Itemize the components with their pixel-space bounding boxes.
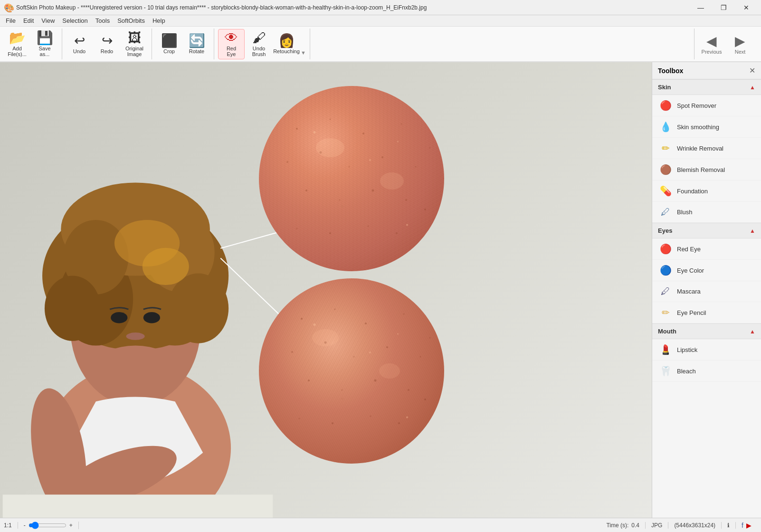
svg-point-16 bbox=[126, 332, 144, 340]
mouth-section-collapse-icon: ▲ bbox=[750, 328, 755, 335]
svg-point-25 bbox=[296, 128, 298, 130]
tool-red-eye[interactable]: 🔴 Red Eye bbox=[652, 238, 761, 260]
redo-label: Redo bbox=[101, 48, 113, 54]
next-button[interactable]: ▶ Next bbox=[727, 29, 753, 59]
previous-icon: ◀ bbox=[706, 33, 717, 49]
tool-wrinkle-removal[interactable]: ✏ Wrinkle Removal bbox=[652, 138, 761, 159]
retouching-button[interactable]: 👩 Retouching bbox=[273, 29, 300, 59]
maximize-button[interactable]: ❐ bbox=[713, 0, 734, 15]
eye-color-icon: 🔵 bbox=[660, 265, 671, 276]
svg-point-66 bbox=[379, 363, 400, 379]
share-section: f ▶ bbox=[742, 522, 757, 529]
main-area: Toolbox ✕ Skin ▲ 🔴 Spot Remover 💧 Skin s… bbox=[0, 62, 761, 518]
undo-label: Undo bbox=[73, 48, 86, 54]
red-eye-tool-icon: 🔴 bbox=[660, 243, 671, 255]
tool-eye-color[interactable]: 🔵 Eye Color bbox=[652, 260, 761, 281]
svg-point-26 bbox=[330, 119, 331, 120]
zoom-plus-btn[interactable]: + bbox=[69, 522, 73, 529]
svg-point-10 bbox=[45, 276, 101, 341]
facebook-icon[interactable]: f bbox=[742, 522, 743, 529]
svg-point-32 bbox=[381, 156, 383, 158]
menu-view[interactable]: View bbox=[38, 16, 58, 25]
eye-pencil-label: Eye Pencil bbox=[677, 309, 706, 316]
blush-label: Blush bbox=[677, 209, 693, 216]
save-as-button[interactable]: 💾 Saveas... bbox=[31, 29, 58, 59]
original-image-label: OriginalImage bbox=[125, 46, 143, 57]
tool-bleach[interactable]: 🦷 Bleach bbox=[652, 361, 761, 382]
eyes-section-collapse-icon: ▲ bbox=[750, 228, 755, 234]
toolbox-panel: Toolbox ✕ Skin ▲ 🔴 Spot Remover 💧 Skin s… bbox=[652, 62, 761, 518]
svg-point-35 bbox=[339, 200, 341, 201]
save-as-label: Saveas... bbox=[38, 46, 50, 57]
skin-section-collapse-icon: ▲ bbox=[750, 84, 755, 91]
eyes-section-label: Eyes bbox=[658, 227, 672, 234]
original-image-button[interactable]: 🖼 OriginalImage bbox=[121, 29, 148, 59]
eye-pencil-icon: ✏ bbox=[660, 307, 671, 318]
tool-blemish-removal[interactable]: 🟤 Blemish Removal bbox=[652, 159, 761, 180]
svg-point-60 bbox=[332, 422, 333, 424]
dimensions-section: (5446x3631x24) bbox=[674, 522, 722, 529]
svg-point-58 bbox=[408, 389, 409, 391]
skin-texture-top bbox=[259, 86, 444, 271]
status-bar: 1:1 - + Time (s): 0.4 JPG (5446x3631x24)… bbox=[0, 518, 761, 532]
blush-icon: 🖊 bbox=[660, 207, 671, 218]
youtube-icon[interactable]: ▶ bbox=[746, 522, 751, 529]
photo-container bbox=[0, 62, 652, 518]
info-icon[interactable]: ℹ bbox=[727, 522, 730, 529]
minimize-button[interactable]: — bbox=[690, 0, 712, 15]
tool-mascara[interactable]: 🖊 Mascara bbox=[652, 281, 761, 302]
tool-skin-smoothing[interactable]: 💧 Skin smoothing bbox=[652, 116, 761, 138]
svg-point-28 bbox=[401, 124, 402, 125]
eyes-section-header[interactable]: Eyes ▲ bbox=[652, 223, 761, 238]
svg-point-54 bbox=[420, 356, 421, 358]
previous-button[interactable]: ◀ Previous bbox=[698, 29, 725, 59]
format-value: JPG bbox=[651, 522, 662, 529]
mouth-section-header[interactable]: Mouth ▲ bbox=[652, 323, 761, 339]
menu-edit[interactable]: Edit bbox=[19, 16, 38, 25]
zoom-slider[interactable] bbox=[29, 522, 67, 529]
tool-blush[interactable]: 🖊 Blush bbox=[652, 202, 761, 223]
title-bar: 🎨 SoftSkin Photo Makeup - ****Unregister… bbox=[0, 0, 761, 15]
svg-point-45 bbox=[380, 172, 404, 190]
crop-button[interactable]: ⬛ Crop bbox=[156, 29, 182, 59]
toolbar-file-group: 📂 AddFile(s)... 💾 Saveas... bbox=[4, 28, 62, 59]
undo-brush-button[interactable]: 🖌 UndoBrush bbox=[246, 29, 272, 59]
menu-selection[interactable]: Selection bbox=[58, 16, 91, 25]
foundation-icon: 💊 bbox=[660, 185, 671, 197]
zoom-circles bbox=[259, 86, 444, 464]
red-eye-button[interactable]: 👁 RedEye bbox=[218, 29, 245, 59]
svg-point-39 bbox=[329, 232, 331, 234]
menu-help[interactable]: Help bbox=[149, 16, 169, 25]
svg-point-53 bbox=[386, 346, 388, 348]
blemish-removal-label: Blemish Removal bbox=[677, 166, 725, 173]
toolbar-dropdown-arrow[interactable]: ▼ bbox=[301, 50, 306, 59]
time-label: Time (s): bbox=[606, 522, 628, 529]
add-file-button[interactable]: 📂 AddFile(s)... bbox=[4, 29, 30, 59]
menu-softorbits[interactable]: SoftOrbits bbox=[114, 16, 149, 25]
svg-point-52 bbox=[353, 356, 355, 358]
crop-icon: ⬛ bbox=[161, 34, 178, 48]
retouching-icon: 👩 bbox=[278, 34, 295, 48]
close-button[interactable]: ✕ bbox=[735, 0, 757, 15]
svg-point-11 bbox=[168, 273, 228, 343]
tool-foundation[interactable]: 💊 Foundation bbox=[652, 180, 761, 202]
zoom-minus-btn[interactable]: - bbox=[24, 522, 26, 529]
rotate-button[interactable]: 🔄 Rotate bbox=[183, 29, 210, 59]
svg-point-49 bbox=[403, 314, 405, 315]
tool-lipstick[interactable]: 💄 Lipstick bbox=[652, 339, 761, 361]
svg-point-33 bbox=[415, 166, 417, 168]
skin-section-header[interactable]: Skin ▲ bbox=[652, 79, 761, 95]
menu-tools[interactable]: Tools bbox=[92, 16, 114, 25]
svg-point-63 bbox=[429, 337, 431, 339]
zoom-slider-section: - + bbox=[24, 522, 79, 529]
skin-section-tools: 🔴 Spot Remover 💧 Skin smoothing ✏ Wrinkl… bbox=[652, 95, 761, 223]
tool-spot-remover[interactable]: 🔴 Spot Remover bbox=[652, 95, 761, 116]
undo-button[interactable]: ↩ Undo bbox=[66, 29, 93, 59]
dimensions-value: (5446x3631x24) bbox=[674, 522, 715, 529]
svg-point-42 bbox=[429, 147, 431, 149]
redo-button[interactable]: ↪ Redo bbox=[94, 29, 120, 59]
menu-file[interactable]: File bbox=[2, 16, 19, 25]
toolbox-close-button[interactable]: ✕ bbox=[749, 66, 755, 75]
canvas-area[interactable] bbox=[0, 62, 652, 518]
tool-eye-pencil[interactable]: ✏ Eye Pencil bbox=[652, 302, 761, 323]
